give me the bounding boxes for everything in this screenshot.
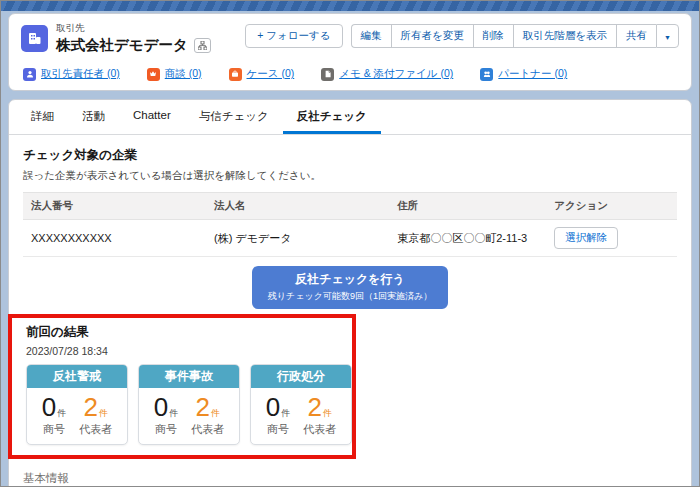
stat-value: 0 (266, 394, 280, 420)
stat-label: 商号 (42, 422, 66, 437)
stat-unit: 件 (169, 407, 178, 420)
stat-representative: 2件 代表者 (79, 394, 112, 437)
record-title: 株式会社デモデータ (56, 36, 188, 55)
stat-representative: 2件 代表者 (303, 394, 336, 437)
cell-corporate-name: (株) デモデータ (206, 220, 389, 257)
account-icon (21, 25, 48, 52)
chevron-down-icon: ▼ (664, 34, 671, 41)
app-window: 取引先 株式会社デモデータ (0, 0, 700, 487)
stat-label: 代表者 (303, 422, 336, 437)
previous-result-heading: 前回の結果 (26, 324, 352, 341)
tab-content: チェック対象の企業 誤った企業が表示されている場合は選択を解除してください。 法… (9, 135, 691, 487)
change-owner-button[interactable]: 所有者を変更 (391, 24, 473, 48)
stat-value: 2 (83, 394, 97, 420)
cta-remaining-count: 残りチェック可能数9回（1回実施済み） (268, 290, 432, 303)
tab-credit-check[interactable]: 与信チェック (185, 100, 283, 134)
partner-icon (480, 68, 493, 81)
stat-label: 代表者 (79, 422, 112, 437)
stat-unit: 件 (99, 407, 108, 420)
annotation-highlight-box: 前回の結果 2023/07/28 18:34 反社警戒 0件 商号 2件 (8, 314, 356, 459)
result-card-administrative-action: 行政処分 0件 商号 2件 代表者 (250, 364, 352, 445)
result-card-title: 反社警戒 (27, 365, 127, 388)
column-header-corporate-number: 法人番号 (23, 193, 206, 220)
stat-value: 2 (307, 394, 321, 420)
previous-result-timestamp: 2023/07/28 18:34 (26, 345, 352, 357)
result-card-title: 行政処分 (251, 365, 351, 388)
case-icon (229, 68, 242, 81)
global-header-bar (1, 1, 699, 11)
follow-button[interactable]: + フォローする (245, 24, 342, 48)
related-link-label: メモ & 添付ファイル (0) (339, 67, 453, 81)
contact-icon (23, 68, 36, 81)
record-identity: 取引先 株式会社デモデータ (21, 22, 211, 55)
edit-button[interactable]: 編集 (351, 24, 391, 48)
account-hierarchy-icon[interactable] (194, 38, 211, 53)
related-link-label: ケース (0) (247, 67, 295, 81)
column-header-address: 住所 (389, 193, 546, 220)
stat-value: 0 (42, 394, 56, 420)
result-card-antisocial-alert: 反社警戒 0件 商号 2件 代表者 (26, 364, 128, 445)
check-target-description: 誤った企業が表示されている場合は選択を解除してください。 (23, 169, 677, 183)
deselect-button[interactable]: 選択解除 (554, 227, 618, 249)
tab-chatter[interactable]: Chatter (119, 100, 185, 134)
stat-trade-name: 0件 商号 (154, 394, 178, 437)
action-button-group: 編集 所有者を変更 削除 取引先階層を表示 共有 ▼ (351, 24, 679, 48)
tab-details[interactable]: 詳細 (17, 100, 68, 134)
cta-label: 反社チェックを行う (268, 271, 432, 288)
delete-button[interactable]: 削除 (473, 24, 513, 48)
tab-bar: 詳細 活動 Chatter 与信チェック 反社チェック (9, 100, 691, 135)
share-button[interactable]: 共有 (616, 24, 656, 48)
run-antisocial-check-button[interactable]: 反社チェックを行う 残りチェック可能数9回（1回実施済み） (252, 266, 448, 309)
tab-antisocial-check[interactable]: 反社チェック (283, 100, 381, 134)
check-target-heading: チェック対象の企業 (23, 147, 677, 164)
related-link-opportunities[interactable]: 商談 (0) (147, 67, 202, 81)
stat-trade-name: 0件 商号 (266, 394, 290, 437)
related-link-notes-attachments[interactable]: メモ & 添付ファイル (0) (321, 67, 453, 81)
record-action-bar: + フォローする 編集 所有者を変更 削除 取引先階層を表示 共有 ▼ (245, 24, 679, 48)
view-hierarchy-button[interactable]: 取引先階層を表示 (513, 24, 616, 48)
column-header-action: アクション (546, 193, 677, 220)
basic-info-heading: 基本情報 (23, 471, 677, 486)
column-header-corporate-name: 法人名 (206, 193, 389, 220)
stat-trade-name: 0件 商号 (42, 394, 66, 437)
related-link-label: 商談 (0) (165, 67, 202, 81)
check-target-table: 法人番号 法人名 住所 アクション XXXXXXXXXXX (株) デモデータ … (23, 192, 677, 257)
stat-representative: 2件 代表者 (191, 394, 224, 437)
stat-unit: 件 (281, 407, 290, 420)
related-link-partners[interactable]: パートナー (0) (480, 67, 567, 81)
stat-value: 2 (195, 394, 209, 420)
cell-address: 東京都〇〇区〇〇町2-11-3 (389, 220, 546, 257)
cell-corporate-number: XXXXXXXXXXX (23, 220, 206, 257)
note-icon (321, 68, 334, 81)
opportunity-icon (147, 68, 160, 81)
related-link-contacts[interactable]: 取引先責任者 (0) (23, 67, 120, 81)
more-actions-button[interactable]: ▼ (656, 24, 679, 48)
result-card-title: 事件事故 (139, 365, 239, 388)
stat-label: 商号 (154, 422, 178, 437)
stat-unit: 件 (323, 407, 332, 420)
result-card-incidents: 事件事故 0件 商号 2件 代表者 (138, 364, 240, 445)
related-list-quicklinks: 取引先責任者 (0) 商談 (0) ケース (0) メモ & 添付ファイル (0… (23, 67, 679, 81)
result-card-row: 反社警戒 0件 商号 2件 代表者 (26, 364, 352, 445)
related-link-cases[interactable]: ケース (0) (229, 67, 295, 81)
stat-label: 代表者 (191, 422, 224, 437)
entity-label: 取引先 (56, 22, 211, 35)
table-row: XXXXXXXXXXX (株) デモデータ 東京都〇〇区〇〇町2-11-3 選択… (23, 220, 677, 257)
table-header-row: 法人番号 法人名 住所 アクション (23, 193, 677, 220)
record-header-card: 取引先 株式会社デモデータ (8, 13, 692, 91)
related-link-label: 取引先責任者 (0) (41, 67, 120, 81)
related-link-label: パートナー (0) (498, 67, 567, 81)
stat-unit: 件 (57, 407, 66, 420)
record-detail-card: 詳細 活動 Chatter 与信チェック 反社チェック チェック対象の企業 誤っ… (8, 99, 692, 487)
stat-value: 0 (154, 394, 168, 420)
stat-label: 商号 (266, 422, 290, 437)
stat-unit: 件 (211, 407, 220, 420)
tab-activity[interactable]: 活動 (68, 100, 119, 134)
